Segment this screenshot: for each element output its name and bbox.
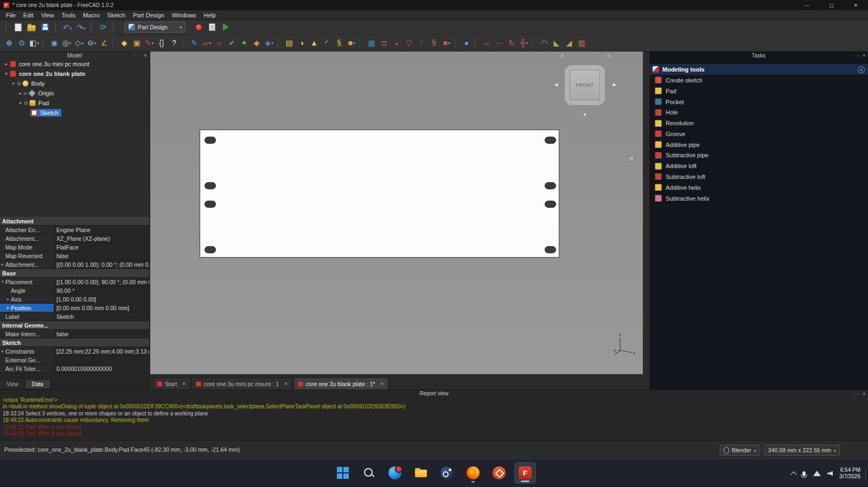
menu-item-edit[interactable]: Edit <box>20 11 37 19</box>
tree-item-core-one-3u-mini-pc-mount[interactable]: ▸core one 3u mini pc mount <box>0 59 149 69</box>
view-axonometric-button[interactable]: ◇▾ <box>73 37 85 49</box>
open-document-button[interactable] <box>25 21 37 33</box>
draft-button[interactable]: ◢ <box>563 37 575 49</box>
appearance-button[interactable]: ◉ <box>48 37 60 49</box>
task-item-pad[interactable]: Pad <box>649 86 868 97</box>
undo-button[interactable] <box>61 21 73 33</box>
view-dimension-selector[interactable]: 340.59 mm x 222.55 mm <box>764 445 840 456</box>
task-item-pocket[interactable]: Pocket <box>649 97 868 107</box>
task-item-hole[interactable]: Hole <box>649 107 868 118</box>
close-panel-icon[interactable] <box>862 392 866 396</box>
dock-panel-icon[interactable] <box>857 53 859 58</box>
navigation-style-selector[interactable]: Blender <box>720 445 760 456</box>
plate-slot[interactable] <box>545 201 556 208</box>
property-label-arc-fit-toler[interactable]: Arc Fit Toler... <box>0 364 54 373</box>
property-label-map-reversed[interactable]: Map Reversed <box>0 252 54 260</box>
document-tab-core-one-2u-blank-plate-1[interactable]: core one 2u blank plate : 1*✕ <box>293 377 388 389</box>
macro-record-button[interactable] <box>193 21 205 33</box>
undo-dropdown-icon[interactable] <box>70 23 72 31</box>
task-item-subtractive-loft[interactable]: Subtractive loft <box>649 171 868 182</box>
menu-item-tools[interactable]: Tools <box>58 11 79 19</box>
explorer-taskbar-button[interactable] <box>410 462 432 484</box>
navcube-front-face[interactable]: FRONT <box>570 70 600 100</box>
subtractive-helix-button[interactable]: § <box>428 37 440 49</box>
tab-data[interactable]: Data <box>25 380 50 388</box>
close-panel-icon[interactable] <box>143 53 147 58</box>
sketch-plate-geometry[interactable] <box>200 130 559 258</box>
create-sketch-button[interactable]: ✎▾ <box>143 37 155 49</box>
redo-button[interactable] <box>75 21 87 33</box>
close-tab-icon[interactable]: ✕ <box>182 381 186 387</box>
polar-pattern-button[interactable]: ↻ <box>506 37 518 49</box>
navcube-rotate-cw-icon[interactable]: ↻ <box>607 54 611 59</box>
property-label-position[interactable]: ▸Position <box>0 304 54 312</box>
task-item-subtractive-helix[interactable]: Subtractive helix <box>649 193 868 204</box>
workbench-selector[interactable]: Part Design <box>125 22 186 33</box>
toolbar-grip[interactable] <box>5 22 8 32</box>
subtractive-pipe-button[interactable]: ◜ <box>416 37 427 49</box>
multitransform-button[interactable]: ╬▾ <box>518 37 530 49</box>
menu-item-help[interactable]: Help <box>200 11 220 19</box>
tree-expander-icon[interactable]: ▾ <box>3 71 9 76</box>
close-button[interactable]: ✕ <box>844 0 868 10</box>
close-tab-icon[interactable]: ✕ <box>284 381 288 387</box>
document-tab-core-one-3u-mini-pc-mount-1[interactable]: core one 3u mini pc mount : 1✕ <box>192 377 292 389</box>
draw-style-button[interactable]: ◧▾ <box>28 37 40 49</box>
dock-panel-icon[interactable] <box>138 53 140 58</box>
edge-taskbar-button[interactable] <box>384 462 406 484</box>
navcube-right-arrow-icon[interactable]: ▶ <box>612 82 617 87</box>
dock-panel-icon[interactable] <box>857 392 859 396</box>
boolean-button[interactable]: ● <box>461 37 473 49</box>
property-value-map-reversed[interactable]: false <box>54 252 149 260</box>
revolution-button[interactable]: ◑ <box>296 37 308 49</box>
task-item-revolution[interactable]: Revolution <box>649 118 868 129</box>
selection-filter-button[interactable]: ◎▾ <box>61 37 73 49</box>
task-item-additive-loft[interactable]: Additive loft <box>649 161 868 171</box>
volume-icon[interactable] <box>827 471 833 476</box>
menu-item-view[interactable]: View <box>37 11 58 19</box>
fillet-button[interactable]: ◠ <box>538 37 550 49</box>
float-panel-icon[interactable] <box>853 392 854 396</box>
property-value-arc-fit-toler[interactable]: 0.0000010000000000 <box>54 364 149 373</box>
tree-item-pad[interactable]: ▾⊙Pad <box>0 98 149 108</box>
close-panel-icon[interactable] <box>862 53 866 58</box>
maximize-button[interactable]: ▢ <box>819 0 844 10</box>
hole-button[interactable]: ◘ <box>378 37 390 49</box>
additive-loft-button[interactable]: ▲ <box>308 37 320 49</box>
navigation-cube[interactable]: ↺ ↻ ◀ ▶ ▼ FRONT <box>553 54 618 118</box>
tree-item-origin[interactable]: ▸▻Origin <box>0 88 149 98</box>
additive-primitive-button[interactable]: ■▾ <box>346 37 358 49</box>
pocket-button[interactable]: ▦ <box>366 37 378 49</box>
plate-slot[interactable] <box>205 246 216 253</box>
plate-slot[interactable] <box>205 201 216 208</box>
menu-item-windows[interactable]: Windows <box>168 11 200 19</box>
task-item-subtractive-pipe[interactable]: Subtractive pipe <box>649 150 868 161</box>
prusaslicer-taskbar-button[interactable] <box>488 462 510 484</box>
document-tab-start[interactable]: Start✕ <box>152 377 190 389</box>
property-value-attacher-en[interactable]: Engine Plane <box>54 226 149 234</box>
microphone-icon[interactable] <box>802 471 806 476</box>
shapebinder-button[interactable]: ✦ <box>238 37 250 49</box>
show-desktop-button[interactable] <box>865 467 868 480</box>
groove-button[interactable]: ◒ <box>391 37 403 49</box>
refresh-button[interactable] <box>97 21 109 33</box>
tree-expander-icon[interactable]: ▾ <box>10 81 16 86</box>
menu-item-macro[interactable]: Macro <box>79 11 104 19</box>
property-value-placement[interactable]: [(1.00 0.00 0.00); 90.00 °; (0.00 mm 0.0… <box>54 278 149 286</box>
taskbar-clock[interactable]: 6:54 PM 3/7/2026 <box>839 467 860 480</box>
close-tab-icon[interactable]: ✕ <box>380 381 384 387</box>
plate-slot[interactable] <box>545 182 556 189</box>
property-value-attachment[interactable]: [(0.00 0.00 1.00); 0.00 °; (0.00 mm 0.00… <box>54 260 149 269</box>
property-label-angle[interactable]: Angle <box>0 286 54 295</box>
tree-item-core-one-2u-blank-plate[interactable]: ▾core one 2u blank plate <box>0 69 149 79</box>
map-sketch-button[interactable]: ▱ <box>213 37 225 49</box>
property-label-map-mode[interactable]: Map Mode <box>0 243 54 252</box>
macro-braces-button[interactable]: {} <box>156 37 168 49</box>
property-label-make-intern[interactable]: Make Intern... <box>0 330 54 338</box>
fit-selection-button[interactable]: ⊙ <box>16 37 28 49</box>
tree-expander-icon[interactable]: ▸ <box>3 61 9 67</box>
mirrored-button[interactable]: ⇔ <box>481 37 493 49</box>
navcube-rotate-ccw-icon[interactable]: ↺ <box>559 54 564 59</box>
property-label-attachment[interactable]: Attachment... <box>0 234 54 243</box>
redo-dropdown-icon[interactable] <box>84 23 86 31</box>
